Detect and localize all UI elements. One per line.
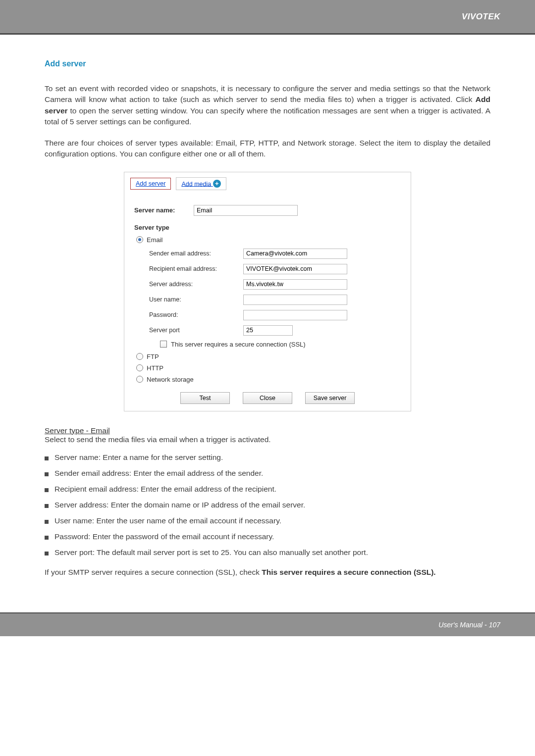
plus-circle-icon: + [213,180,221,188]
footer-band: User's Manual - 107 [0,612,535,636]
page-content: Add server To set an event with recorded… [0,35,535,612]
email-fieldset: Sender email address: Recipient email ad… [149,249,401,336]
radio-http[interactable]: HTTP [136,364,401,372]
port-input[interactable] [243,325,293,336]
recipient-input[interactable] [243,264,347,274]
radio-ftp[interactable]: FTP [136,353,401,360]
server-type-email-desc: Select to send the media files via email… [45,435,490,444]
brand-text: VIVOTEK [462,12,500,22]
list-item: Sender email address: Enter the email ad… [45,469,490,478]
server-name-label: Server name: [134,206,194,214]
ssl-note: If your SMTP server requires a secure co… [45,567,490,578]
sender-label: Sender email address: [149,250,243,257]
intro-paragraph-2: There are four choices of server types a… [45,138,490,160]
test-button[interactable]: Test [180,392,230,404]
list-item: Password: Enter the password of the emai… [45,532,490,541]
server-name-input[interactable] [194,205,298,216]
radio-email-label: Email [147,236,163,244]
radio-ftp-label: FTP [147,353,159,360]
password-input[interactable] [243,310,347,320]
list-item: User name: Enter the user name of the em… [45,516,490,525]
radio-http-label: HTTP [147,364,163,372]
username-input[interactable] [243,295,347,305]
radio-dot-icon [136,353,143,360]
header-band: VIVOTEK [0,0,535,35]
password-label: Password: [149,311,243,318]
tab-add-media[interactable]: Add media + [176,177,226,190]
list-item: Server name: Enter a name for the server… [45,453,490,462]
list-item: Recipient email address: Enter the email… [45,485,490,494]
tab-add-server[interactable]: Add server [130,178,171,190]
radio-dot-icon [136,376,143,383]
recipient-label: Recipient email address: [149,265,243,272]
radio-dot-icon [136,364,143,371]
dialog-buttons: Test Close Save server [134,392,401,404]
save-server-button[interactable]: Save server [305,392,355,404]
config-dialog: Add server Add media + Server name: Serv… [124,172,411,411]
ssl-checkbox-label: This server requires a secure connection… [171,341,306,348]
p1-part-c: to open the server setting window. You c… [45,106,490,126]
checkbox-icon [160,341,167,348]
ssl-note-a: If your SMTP server requires a secure co… [45,568,262,576]
ssl-note-bold: This server requires a secure connection… [262,568,435,576]
section-title: Add server [45,59,490,68]
username-label: User name: [149,296,243,303]
radio-network-storage[interactable]: Network storage [136,376,401,383]
tab-add-media-label: Add media [181,180,211,187]
sender-input[interactable] [243,249,347,259]
list-item: Server address: Enter the domain name or… [45,501,490,509]
ssl-checkbox-row[interactable]: This server requires a secure connection… [160,341,401,348]
dialog-tabs: Add server Add media + [124,172,411,197]
radio-email[interactable]: Email [136,236,401,244]
server-type-heading: Server type [134,224,401,231]
radio-ns-label: Network storage [147,376,194,383]
form-area: Server name: Server type Email Sender em… [124,197,411,404]
port-label: Server port [149,327,243,334]
serveraddr-input[interactable] [243,279,347,290]
serveraddr-label: Server address: [149,281,243,288]
server-type-email-heading: Server type - Email [45,426,490,435]
p1-part-a: To set an event with recorded video or s… [45,84,490,103]
intro-paragraph-1: To set an event with recorded video or s… [45,83,490,128]
radio-dot-icon [136,236,143,243]
footer-text: User's Manual - 107 [438,621,500,629]
close-button[interactable]: Close [243,392,292,404]
list-item: Server port: The default mail server por… [45,548,490,557]
email-config-bullets: Server name: Enter a name for the server… [45,453,490,557]
